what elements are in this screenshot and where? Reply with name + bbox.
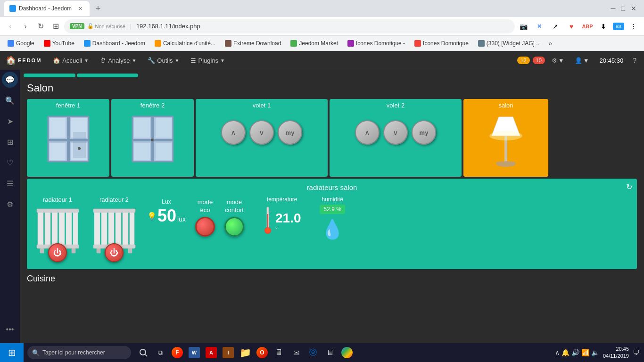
taskbar-app-mail[interactable]: ✉ (288, 344, 305, 361)
badge-12[interactable]: 12 (517, 57, 529, 64)
mode-eco-section: modeéco (195, 196, 215, 237)
mode-confort-button[interactable] (224, 217, 244, 237)
taskbar-app-chrome[interactable] (339, 344, 355, 361)
bookmark-icones2-label: Icones Domotique (423, 40, 469, 47)
taskbar-app-misc1[interactable]: I (220, 344, 237, 361)
search-placeholder: Taper ici pour rechercher (42, 349, 105, 356)
sidebar-icon-more[interactable]: ••• (0, 320, 20, 339)
content-tab-2[interactable] (77, 74, 138, 77)
sidebar-icon-arrow[interactable]: ➤ (0, 111, 20, 131)
forward-icon[interactable]: ↗ (549, 20, 562, 33)
address-bar[interactable]: VPN 🔓 Non sécurisé | 192.168.1.11/index.… (64, 19, 515, 33)
taskbar-app-autocad[interactable]: A (203, 344, 220, 361)
taskbar-app-ie[interactable]: ⓔ (305, 344, 322, 361)
sidebar-icon-chat[interactable]: 💬 (2, 72, 18, 88)
taskbar-task-view[interactable]: ⧉ (152, 344, 169, 361)
jeedom-menu: 🏠 Accueil ▼ ⏱ Analyse ▼ 🔧 Outils ▼ ☰ Plu… (47, 51, 231, 70)
svg-rect-7 (73, 132, 86, 158)
badge-10[interactable]: 10 (533, 57, 545, 64)
forward-button[interactable]: › (19, 20, 32, 33)
room-section: Salon fenêtre 1 (20, 77, 644, 288)
sidebar-icon-grid[interactable]: ⊞ (0, 132, 20, 152)
start-button[interactable]: ⊞ (0, 343, 24, 362)
taskbar-search-button[interactable] (135, 344, 152, 361)
bookmark-extreme[interactable]: Extreme Download (221, 39, 285, 48)
volet2-up-button[interactable]: ∧ (355, 120, 380, 145)
screenshot-icon[interactable]: 📷 (517, 20, 530, 33)
help-button[interactable]: ? (630, 57, 639, 64)
lux-section: Lux 💡 50 lux (147, 196, 186, 226)
chevron-up-icon[interactable]: ∧ (555, 349, 560, 356)
volet2-down-button[interactable]: ∨ (383, 120, 408, 145)
download-icon[interactable]: ⬇ (597, 20, 610, 33)
bookmark-google[interactable]: Google (4, 39, 38, 48)
taskbar-app-firefox[interactable]: F (169, 344, 186, 361)
notification-icon[interactable]: 🗨 (633, 349, 639, 356)
radiateur1-power-button[interactable]: ⏻ (48, 243, 67, 262)
menu-accueil[interactable]: 🏠 Accueil ▼ (47, 51, 94, 70)
volet1-my-button[interactable]: my (278, 120, 302, 145)
sidebar-icon-list[interactable]: ☰ (0, 173, 20, 193)
extension1-icon[interactable]: ✕ (533, 20, 546, 33)
taskbar-clock[interactable]: 20:45 04/11/2019 (603, 346, 629, 360)
sidebar-icon-favorites[interactable]: ♡ (0, 153, 20, 173)
nav-icons: 📷 ✕ ↗ ♥ ABP ⬇ ext ⋮ (517, 20, 640, 33)
mode-eco-button[interactable] (195, 217, 215, 237)
menu-analyse[interactable]: ⏱ Analyse ▼ (94, 51, 142, 70)
content-tab-1[interactable] (24, 74, 75, 77)
bookmark-jeedom-market[interactable]: Jeedom Market (287, 39, 342, 48)
bookmark-youtube[interactable]: YouTube (40, 39, 78, 48)
taskbar-search[interactable]: 🔍 Taper ici pour rechercher (27, 346, 131, 359)
taskbar-app-word[interactable]: W (186, 344, 203, 361)
widget-salon[interactable]: salon (463, 99, 548, 177)
extension-icon[interactable]: ext (613, 23, 624, 30)
menu-dots-icon[interactable]: ⋮ (627, 20, 640, 33)
active-tab[interactable]: Dashboard - Jeedom ✕ (4, 1, 90, 16)
heart-icon[interactable]: ♥ (565, 20, 578, 33)
volet2-my-button[interactable]: my (412, 120, 436, 145)
back-button[interactable]: ‹ (4, 20, 17, 33)
home-button[interactable]: ⊞ (49, 20, 62, 33)
adblock-icon[interactable]: ABP (581, 20, 594, 33)
svg-rect-37 (130, 210, 134, 248)
tab-close-button[interactable]: ✕ (76, 5, 84, 12)
url-text: 192.168.1.11/index.php (136, 23, 200, 30)
bookmark-dashboard[interactable]: Dashboard - Jeedom (80, 39, 149, 48)
sidebar-icon-settings[interactable]: ⚙ (0, 194, 20, 214)
menu-analyse-label: Analyse (108, 57, 130, 64)
clock-date: 04/11/2019 (603, 353, 629, 360)
taskbar-app-browser2[interactable]: O (254, 344, 271, 361)
sidebar-icon-search[interactable]: 🔍 (0, 90, 20, 110)
radiateur2-power-button[interactable]: ⏻ (105, 243, 124, 262)
close-window-button[interactable]: ✕ (631, 5, 636, 12)
volet1-down-icon: ∨ (259, 128, 264, 137)
taskbar-app-calc[interactable]: 🖩 (271, 344, 288, 361)
volet1-up-button[interactable]: ∧ (221, 120, 246, 145)
network-icon[interactable]: 🔔 (561, 349, 570, 356)
menu-outils[interactable]: 🔧 Outils ▼ (142, 51, 185, 70)
minimize-button[interactable]: ─ (611, 5, 616, 12)
gear-settings-button[interactable]: ⚙ ▼ (548, 57, 568, 64)
menu-plugins[interactable]: ☰ Plugins ▼ (185, 51, 231, 70)
speaker-icon[interactable]: 🔈 (591, 349, 599, 356)
bookmark-calcul[interactable]: Calculatrice d'unité... (151, 39, 219, 48)
volume-icon[interactable]: 🔊 (571, 349, 579, 356)
taskbar-app-folder[interactable]: 📁 (237, 344, 254, 361)
bookmark-icones2[interactable]: Icones Domotique (411, 39, 472, 48)
maximize-button[interactable]: □ (621, 5, 625, 12)
radiateurs-refresh-button[interactable]: ↻ (626, 182, 632, 191)
refresh-button[interactable]: ↻ (34, 20, 47, 33)
new-tab-button[interactable]: + (91, 2, 105, 15)
cuisine-title: Cuisine (27, 271, 637, 284)
fenetre1-svg (47, 115, 90, 163)
wifi-icon[interactable]: 📶 (581, 349, 589, 356)
lux-bulb-icon: 💡 (147, 212, 157, 221)
tab-bar: Dashboard - Jeedom ✕ + ─ □ ✕ (0, 0, 644, 17)
temperature-value-group: 21.0 ° (275, 211, 301, 231)
taskbar-app-explorer[interactable]: 🖥 (322, 344, 339, 361)
bookmark-widget[interactable]: (330) [Widget JAG] ... (474, 39, 545, 48)
bookmark-icones1[interactable]: Icones Domotique - (344, 39, 409, 48)
volet1-down-button[interactable]: ∨ (249, 120, 274, 145)
bookmarks-more[interactable]: » (546, 40, 554, 47)
user-button[interactable]: 👤 ▼ (571, 57, 593, 64)
